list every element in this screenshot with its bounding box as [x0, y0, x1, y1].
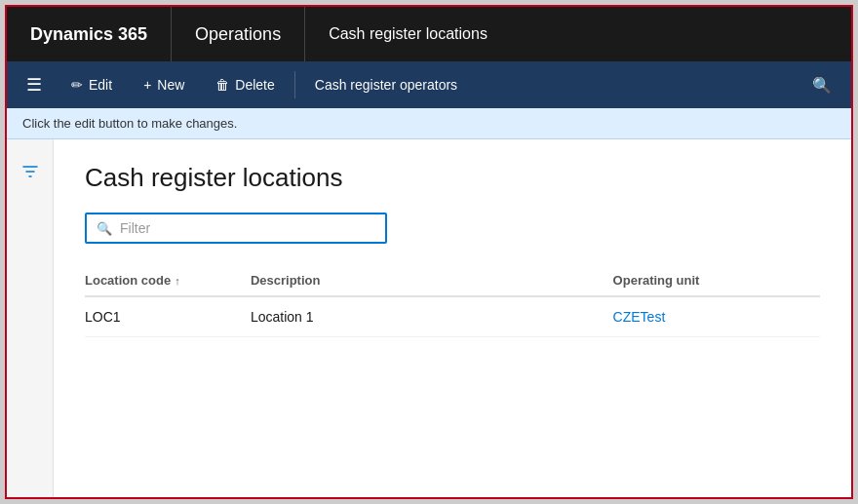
col-header-operating-unit-label: Operating unit	[613, 273, 700, 288]
col-header-location-code: Location code ↑	[85, 267, 251, 296]
module-title: Operations	[172, 7, 305, 61]
app-window: Dynamics 365 Operations Cash register lo…	[5, 5, 853, 499]
col-header-location-code-label: Location code	[85, 273, 171, 288]
cash-register-operators-button[interactable]: Cash register operators	[301, 71, 471, 98]
page-title-header: Cash register locations	[305, 7, 511, 61]
hamburger-button[interactable]: ☰	[15, 66, 54, 103]
edit-icon: ✏	[71, 77, 83, 93]
new-button[interactable]: + New	[130, 71, 198, 98]
filter-input[interactable]	[120, 220, 375, 236]
table-row: LOC1Location 1CZETest	[85, 296, 820, 337]
data-table: Location code ↑ Description Operating un…	[85, 267, 820, 337]
filter-search-icon: 🔍	[97, 221, 112, 236]
title-bar: Dynamics 365 Operations Cash register lo…	[7, 7, 851, 61]
sort-asc-icon[interactable]: ↑	[175, 275, 180, 287]
table-header-row: Location code ↑ Description Operating un…	[85, 267, 820, 296]
info-message: Click the edit button to make changes.	[22, 116, 237, 131]
delete-icon: 🗑	[215, 77, 229, 93]
edit-label: Edit	[89, 77, 112, 93]
search-button[interactable]: 🔍	[800, 70, 843, 100]
delete-label: Delete	[235, 77, 274, 93]
main-area: Cash register locations 🔍 Location code …	[7, 139, 851, 497]
hamburger-icon: ☰	[26, 74, 42, 96]
edit-button[interactable]: ✏ Edit	[58, 71, 126, 98]
col-header-description: Description	[251, 267, 613, 296]
new-label: New	[157, 77, 184, 93]
info-bar: Click the edit button to make changes.	[7, 108, 851, 139]
page-title: Cash register locations	[85, 163, 820, 193]
cell-description: Location 1	[251, 296, 613, 337]
content-area: Cash register locations 🔍 Location code …	[54, 139, 851, 497]
search-icon: 🔍	[812, 76, 832, 95]
cell-operating-unit: CZETest	[613, 296, 820, 337]
cmd-divider	[294, 71, 295, 98]
col-header-operating-unit: Operating unit	[613, 267, 820, 296]
delete-button[interactable]: 🗑 Delete	[202, 71, 288, 98]
filter-box[interactable]: 🔍	[85, 213, 387, 244]
operating-unit-link[interactable]: CZETest	[613, 309, 666, 325]
filter-icon[interactable]	[14, 155, 47, 193]
sidebar	[7, 139, 54, 497]
col-header-description-label: Description	[251, 273, 321, 288]
operators-label: Cash register operators	[315, 77, 457, 93]
command-bar: ☰ ✏ Edit + New 🗑 Delete Cash register op…	[7, 61, 851, 108]
brand-title: Dynamics 365	[7, 7, 172, 61]
new-icon: +	[143, 77, 151, 93]
cell-location-code: LOC1	[85, 296, 251, 337]
